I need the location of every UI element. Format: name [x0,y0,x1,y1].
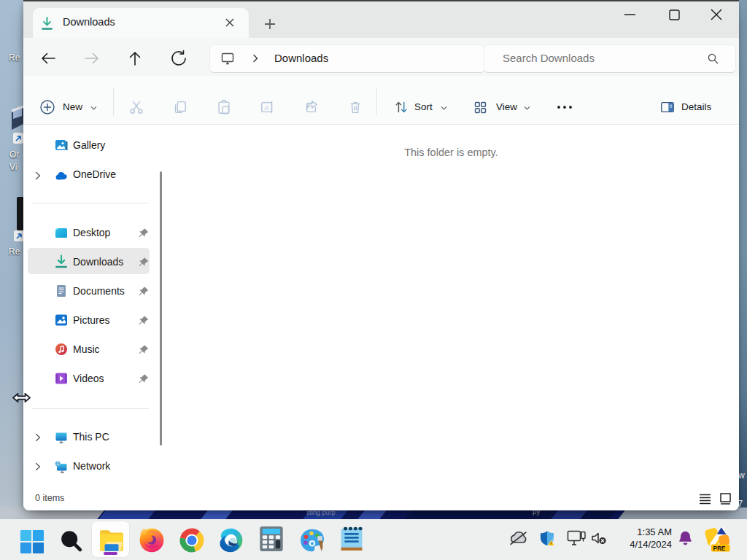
svg-text:PRE: PRE [713,545,726,552]
svg-text:A: A [264,104,269,112]
